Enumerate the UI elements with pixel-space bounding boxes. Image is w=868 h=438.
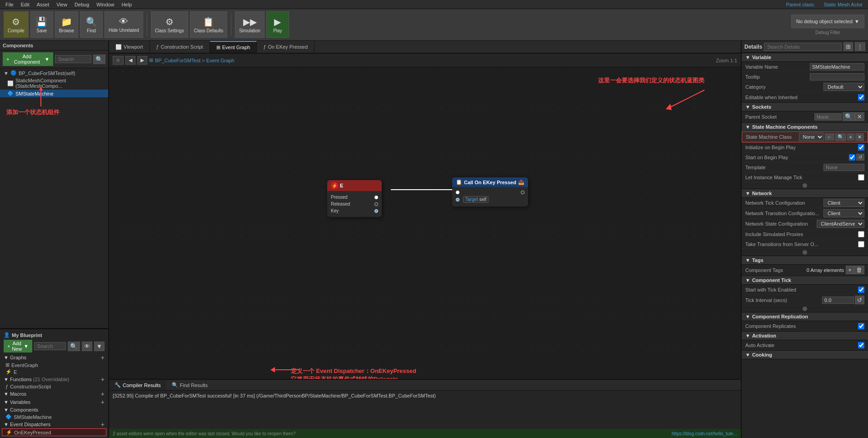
auto-activate-checkbox[interactable]: [858, 342, 864, 348]
tab-viewport[interactable]: ⬜ Viewport: [109, 41, 150, 53]
blueprint-filter-button[interactable]: 👁: [82, 342, 92, 351]
activation-section-header[interactable]: ▼ Activation: [742, 331, 868, 340]
details-grid-button[interactable]: ⊞: [843, 42, 853, 51]
component-replication-section-header[interactable]: ▼ Component Replication: [742, 312, 868, 321]
take-transitions-checkbox[interactable]: [858, 241, 864, 247]
back-button[interactable]: ◀: [125, 56, 135, 65]
tooltip-input[interactable]: [810, 73, 864, 81]
pressed-output-pin[interactable]: [374, 196, 378, 199]
macros-section-header[interactable]: ▼ Macros +: [2, 390, 106, 398]
graphs-section-header[interactable]: ▼ Graphs +: [2, 353, 106, 362]
network-section-header[interactable]: ▼ Network: [742, 189, 868, 198]
tree-item-root[interactable]: ▼ 🔵 BP_CubeForSMTest(self): [0, 69, 108, 77]
bp-components-section-header[interactable]: ▼ Components: [2, 406, 106, 413]
functions-section-header[interactable]: ▼ Functions (21 Overridable) +: [2, 375, 106, 383]
sm-class-back-button[interactable]: ←: [825, 133, 834, 141]
hide-unrelated-button[interactable]: 👁 Hide Unrelated: [105, 11, 143, 38]
bp-item-eventgraph[interactable]: ⊞ EventGraph: [2, 362, 106, 368]
exec-input-pin[interactable]: [456, 191, 459, 194]
initialize-begin-play-checkbox[interactable]: [858, 144, 864, 151]
blueprint-options-button[interactable]: ▼: [94, 342, 105, 351]
menu-view[interactable]: View: [53, 2, 71, 7]
menu-asset[interactable]: Asset: [33, 2, 53, 7]
forward-button[interactable]: ▶: [137, 56, 147, 65]
state-machine-section-header[interactable]: ▼ State Machine Components: [742, 122, 868, 131]
tick-interval-input[interactable]: [822, 297, 854, 304]
component-tick-section-header[interactable]: ▼ Component Tick: [742, 276, 868, 285]
components-search-button[interactable]: 🔍: [93, 55, 105, 64]
bp-item-smstatemachine[interactable]: 🔷 SMStateMachine: [2, 413, 106, 420]
target-input-pin[interactable]: [456, 198, 459, 201]
details-options-button[interactable]: ⋮: [855, 42, 865, 51]
bp-item-e[interactable]: ⚡ E: [2, 368, 106, 375]
sm-class-clear-button[interactable]: ✕: [855, 133, 864, 141]
menu-edit[interactable]: Edit: [17, 2, 33, 7]
tick-interval-reset-button[interactable]: ↺: [855, 296, 864, 304]
state-machine-class-select[interactable]: None: [799, 133, 824, 141]
bookmark-button[interactable]: ☆: [113, 56, 124, 65]
menu-help[interactable]: Help: [118, 2, 135, 7]
add-new-button[interactable]: + Add New ▼: [4, 340, 32, 352]
debug-object-selector[interactable]: No debug object selected ▼: [791, 15, 864, 28]
event-dispatchers-add-button[interactable]: +: [101, 421, 105, 428]
save-button[interactable]: 💾 Save: [30, 11, 53, 38]
menu-file[interactable]: File: [2, 2, 17, 7]
menu-window[interactable]: Window: [93, 2, 118, 7]
graphs-add-button[interactable]: +: [101, 354, 105, 361]
variable-section-header[interactable]: ▼ Variable: [742, 53, 868, 62]
blueprint-canvas[interactable]: 这里一会要选择我们定义的状态机蓝图类 ⚡ E Pressed: [109, 67, 741, 438]
sm-class-search-button[interactable]: 🔍: [835, 133, 846, 141]
network-tick-select[interactable]: Client: [823, 199, 864, 207]
compile-button[interactable]: ⚙ Compile: [4, 11, 29, 38]
tab-on-ekey-pressed[interactable]: ƒ On EKey Pressed: [257, 41, 314, 53]
template-input[interactable]: [823, 164, 864, 171]
variables-add-button[interactable]: +: [101, 399, 105, 405]
network-state-select[interactable]: ClientAndServer: [817, 220, 864, 228]
category-select[interactable]: Default: [823, 83, 864, 91]
event-dispatchers-header[interactable]: ▼ Event Dispatchers +: [2, 420, 106, 428]
details-search-input[interactable]: [764, 43, 842, 51]
components-search-input[interactable]: [55, 55, 91, 63]
sm-class-add-button[interactable]: +: [847, 133, 854, 141]
editable-checkbox[interactable]: [858, 94, 864, 101]
compiler-results-tab[interactable]: 🔧 Compiler Results: [109, 380, 166, 390]
tags-add-button[interactable]: +: [846, 266, 854, 274]
start-tick-checkbox[interactable]: [858, 287, 864, 293]
variables-section-header[interactable]: ▼ Variables +: [2, 398, 106, 406]
play-button[interactable]: ▶ Play: [266, 11, 289, 38]
tab-event-graph[interactable]: ⊞ Event Graph: [210, 41, 257, 53]
find-button[interactable]: 🔍 Find: [80, 11, 103, 38]
e-node-pin-pressed: Pressed: [331, 194, 378, 201]
macros-add-button[interactable]: +: [101, 391, 105, 397]
cooking-section-header[interactable]: ▼ Cooking: [742, 350, 868, 359]
socket-search-button[interactable]: 🔍: [843, 112, 855, 121]
network-transition-select[interactable]: Client: [823, 209, 864, 217]
bp-item-construction-script[interactable]: ƒ ConstructionScript: [2, 383, 106, 390]
class-defaults-button[interactable]: 📋 Class Defaults: [190, 11, 227, 38]
sockets-section-header[interactable]: ▼ Sockets: [742, 102, 868, 111]
blueprint-search-button[interactable]: 🔍: [68, 342, 80, 351]
key-output-pin[interactable]: [374, 209, 378, 213]
start-begin-play-reset-button[interactable]: ↺: [856, 154, 864, 161]
socket-clear-button[interactable]: ✕: [855, 112, 864, 121]
variable-name-input[interactable]: [810, 63, 864, 70]
let-instance-tick-checkbox[interactable]: [858, 174, 864, 181]
start-begin-play-checkbox[interactable]: [849, 154, 855, 161]
released-output-pin[interactable]: [374, 202, 378, 206]
tags-delete-button[interactable]: 🗑: [854, 266, 864, 274]
tab-construction-script[interactable]: ƒ Construction Script: [150, 41, 210, 53]
tags-section-header[interactable]: ▼ Tags: [742, 256, 868, 265]
parent-socket-input[interactable]: [814, 113, 842, 121]
functions-add-button[interactable]: +: [101, 376, 105, 383]
browse-button[interactable]: 📁 Browse: [55, 11, 78, 38]
menu-debug[interactable]: Debug: [71, 2, 93, 7]
add-component-button[interactable]: + Add Component ▼: [3, 52, 53, 66]
find-results-tab[interactable]: 🔍 Find Results: [166, 380, 213, 390]
exec-output-pin[interactable]: [521, 191, 524, 194]
include-simulated-checkbox[interactable]: [858, 231, 864, 237]
class-settings-button[interactable]: ⚙ Class Settings: [151, 11, 188, 38]
component-replicates-checkbox[interactable]: [858, 323, 864, 329]
blueprint-search-input[interactable]: [34, 342, 66, 350]
bp-item-on-ekey-pressed[interactable]: ⚡ OnEKeyPressed: [2, 428, 106, 436]
simulation-button[interactable]: ▶▶ Simulation: [235, 11, 264, 38]
